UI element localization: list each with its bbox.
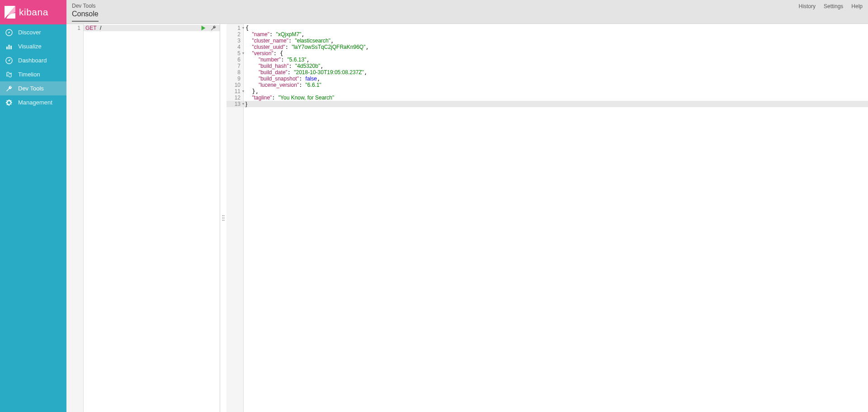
settings-link[interactable]: Settings — [824, 3, 843, 9]
sidebar: kibana DiscoverVisualizeDashboardTimelio… — [0, 0, 66, 412]
wrench-icon — [5, 85, 13, 92]
sidebar-item-dashboard[interactable]: Dashboard — [0, 53, 66, 67]
line-number: 11 — [226, 88, 243, 95]
svg-marker-3 — [8, 32, 10, 33]
svg-point-15 — [222, 218, 223, 218]
sidebar-item-devtools[interactable]: Dev Tools — [0, 81, 66, 95]
compass-icon — [5, 29, 13, 36]
options-button[interactable] — [210, 25, 217, 31]
svg-point-13 — [222, 215, 223, 216]
request-editor[interactable]: GET / — [84, 24, 220, 412]
svg-rect-4 — [6, 47, 8, 49]
sidebar-item-label: Dev Tools — [18, 85, 44, 92]
request-gutter: 1 — [66, 24, 84, 412]
gear-icon — [5, 99, 13, 106]
line-number: 8 — [226, 69, 243, 76]
tab-bar: Console — [72, 10, 99, 22]
sidebar-item-label: Management — [18, 99, 52, 106]
svg-marker-12 — [202, 26, 206, 31]
sidebar-item-visualize[interactable]: Visualize — [0, 39, 66, 53]
svg-point-14 — [224, 215, 225, 216]
history-link[interactable]: History — [799, 3, 816, 9]
app-content: Dev Tools Console History Settings Help … — [66, 0, 868, 412]
svg-point-9 — [9, 60, 10, 61]
line-number: 6 — [226, 57, 243, 63]
line-number: 12 — [226, 95, 243, 101]
line-number: 3 — [226, 38, 243, 44]
svg-point-18 — [224, 220, 225, 221]
request-actions — [200, 25, 217, 31]
sidebar-item-management[interactable]: Management — [0, 95, 66, 109]
sidebar-item-label: Visualize — [18, 43, 42, 50]
request-path: / — [100, 25, 101, 31]
svg-point-17 — [222, 220, 223, 221]
brand-logo[interactable]: kibana — [0, 0, 66, 24]
svg-rect-6 — [10, 46, 12, 49]
response-gutter: 12345678910111213 — [226, 24, 244, 412]
tab-console[interactable]: Console — [72, 10, 99, 22]
svg-point-11 — [9, 74, 10, 75]
top-links: History Settings Help — [799, 2, 863, 24]
line-number: 9 — [226, 76, 243, 82]
sidebar-nav: DiscoverVisualizeDashboardTimelionDev To… — [0, 24, 66, 109]
svg-point-10 — [8, 74, 9, 75]
run-button[interactable] — [200, 25, 207, 31]
pane-splitter[interactable] — [220, 24, 226, 412]
brand-name: kibana — [19, 7, 48, 18]
svg-rect-5 — [9, 45, 10, 49]
gauge-icon — [5, 57, 13, 64]
sidebar-item-label: Dashboard — [18, 57, 47, 64]
response-pane: 12345678910111213 { "name": "xQjxpM7", "… — [226, 24, 868, 412]
line-number: 2 — [226, 31, 243, 38]
request-pane: 1 GET / — [66, 24, 220, 412]
drag-handle-icon — [222, 214, 225, 222]
request-method: GET — [85, 25, 97, 31]
line-number: 7 — [226, 63, 243, 69]
kibana-logo-icon — [5, 6, 15, 19]
line-number: 10 — [226, 82, 243, 88]
console-workarea: 1 GET / 12345678 — [66, 24, 868, 412]
line-number: 1 — [226, 25, 243, 31]
bar-chart-icon — [5, 43, 13, 50]
timelion-icon — [5, 71, 13, 78]
sidebar-item-label: Timelion — [18, 71, 40, 78]
line-number: 13 — [226, 101, 243, 107]
response-viewer[interactable]: { "name": "xQjxpM7", "cluster_name": "el… — [244, 24, 868, 412]
play-icon — [200, 25, 207, 31]
wrench-icon — [210, 25, 217, 31]
top-bar: Dev Tools Console History Settings Help — [66, 0, 868, 24]
svg-point-16 — [224, 218, 225, 218]
line-number: 1 — [66, 25, 83, 31]
sidebar-item-label: Discover — [18, 29, 41, 36]
help-link[interactable]: Help — [851, 3, 863, 9]
sidebar-item-discover[interactable]: Discover — [0, 25, 66, 39]
line-number: 4 — [226, 44, 243, 50]
breadcrumb: Dev Tools — [72, 3, 99, 9]
sidebar-item-timelion[interactable]: Timelion — [0, 67, 66, 81]
line-number: 5 — [226, 50, 243, 57]
